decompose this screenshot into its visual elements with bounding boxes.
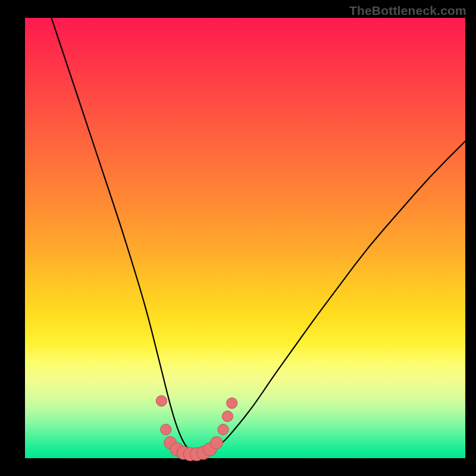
curve-marker bbox=[227, 397, 237, 408]
curve-marker bbox=[210, 437, 223, 449]
chart-frame: TheBottleneck.com bbox=[0, 0, 476, 476]
plot-area bbox=[25, 18, 465, 458]
curve-marker bbox=[156, 396, 167, 406]
curve-marker bbox=[218, 424, 228, 435]
curve-marker bbox=[161, 424, 171, 435]
curve-markers bbox=[156, 396, 237, 461]
curve-marker bbox=[222, 411, 233, 422]
bottleneck-curve bbox=[51, 18, 465, 455]
plot-svg bbox=[25, 18, 465, 458]
attribution-text: TheBottleneck.com bbox=[349, 4, 466, 18]
